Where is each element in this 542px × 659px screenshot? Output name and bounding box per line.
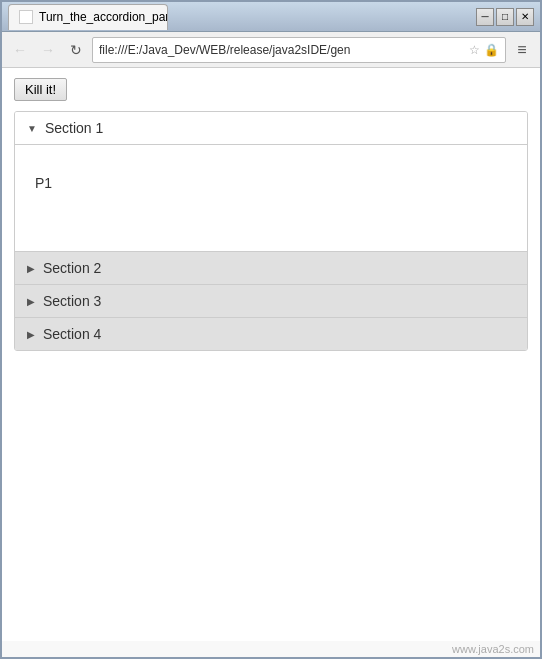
browser-window: Turn_the_accordion_pane ✕ ─ □ ✕ ← → ↻ fi… (0, 0, 542, 659)
accordion-section-1: ▼ Section 1 P1 (15, 112, 527, 252)
browser-menu-button[interactable]: ≡ (510, 38, 534, 62)
accordion-content-1: P1 (15, 145, 527, 251)
accordion-body-1: P1 (35, 175, 52, 191)
tab-favicon (19, 10, 33, 24)
watermark: www.java2s.com (2, 641, 540, 657)
accordion-arrow-2: ▶ (27, 263, 35, 274)
address-bar[interactable]: file:///E:/Java_Dev/WEB/release/java2sID… (92, 37, 506, 63)
lock-icon: 🔒 (484, 43, 499, 57)
browser-tab[interactable]: Turn_the_accordion_pane ✕ (8, 4, 168, 30)
accordion-header-4[interactable]: ▶ Section 4 (15, 318, 527, 350)
tab-title: Turn_the_accordion_pane (39, 10, 168, 24)
accordion-header-2[interactable]: ▶ Section 2 (15, 252, 527, 284)
accordion-title-1: Section 1 (45, 120, 103, 136)
back-button[interactable]: ← (8, 38, 32, 62)
accordion-arrow-3: ▶ (27, 296, 35, 307)
maximize-button[interactable]: □ (496, 8, 514, 26)
accordion-header-1[interactable]: ▼ Section 1 (15, 112, 527, 145)
title-bar: Turn_the_accordion_pane ✕ ─ □ ✕ (2, 2, 540, 32)
accordion-section-2: ▶ Section 2 (15, 252, 527, 285)
window-controls: ─ □ ✕ (476, 8, 534, 26)
content-area: Kill it! ▼ Section 1 P1 ▶ Section 2 (2, 68, 540, 641)
kill-button[interactable]: Kill it! (14, 78, 67, 101)
accordion-arrow-4: ▶ (27, 329, 35, 340)
accordion-section-3: ▶ Section 3 (15, 285, 527, 318)
address-icons: ☆ 🔒 (469, 43, 499, 57)
accordion-title-4: Section 4 (43, 326, 101, 342)
accordion-header-3[interactable]: ▶ Section 3 (15, 285, 527, 317)
minimize-button[interactable]: ─ (476, 8, 494, 26)
close-button[interactable]: ✕ (516, 8, 534, 26)
accordion-title-2: Section 2 (43, 260, 101, 276)
accordion: ▼ Section 1 P1 ▶ Section 2 ▶ Sect (14, 111, 528, 351)
watermark-text: www.java2s.com (452, 643, 534, 655)
star-icon[interactable]: ☆ (469, 43, 480, 57)
forward-button[interactable]: → (36, 38, 60, 62)
reload-button[interactable]: ↻ (64, 38, 88, 62)
address-text: file:///E:/Java_Dev/WEB/release/java2sID… (99, 43, 465, 57)
navigation-bar: ← → ↻ file:///E:/Java_Dev/WEB/release/ja… (2, 32, 540, 68)
accordion-arrow-1: ▼ (27, 123, 37, 134)
accordion-section-4: ▶ Section 4 (15, 318, 527, 350)
accordion-title-3: Section 3 (43, 293, 101, 309)
